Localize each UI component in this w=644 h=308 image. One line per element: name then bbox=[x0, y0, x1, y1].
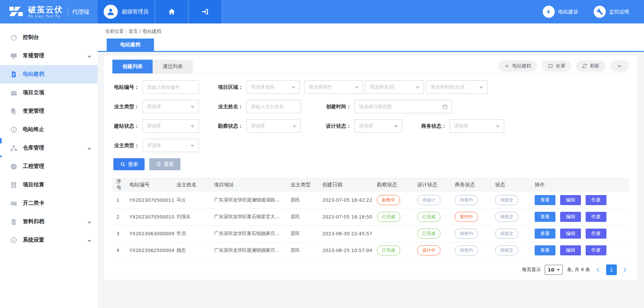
sidebar-item-12[interactable]: 系统设置 bbox=[0, 231, 98, 249]
edit-button[interactable]: 编辑 bbox=[560, 212, 581, 222]
sidebar-item-11[interactable]: 资料归档 bbox=[0, 212, 98, 231]
owner-type2-select[interactable]: 请选择 bbox=[143, 139, 199, 152]
collapse-toolbar-button[interactable] bbox=[610, 60, 629, 72]
logout-button[interactable] bbox=[189, 0, 222, 23]
view-button[interactable]: 查看 bbox=[535, 212, 555, 222]
status-badge: 已完成 bbox=[417, 212, 440, 222]
chevron-down-icon bbox=[87, 220, 92, 226]
owner-name-input[interactable] bbox=[247, 100, 301, 113]
status-cell: 已完成 bbox=[415, 208, 453, 225]
tab-create-list[interactable]: 创建列表 bbox=[112, 60, 153, 73]
tab-pass-list[interactable]: 通过列表 bbox=[153, 60, 193, 73]
total-count-label: 条, 共 4 条 bbox=[567, 267, 590, 273]
card-actions: 电站建档 全屏 刷新 bbox=[498, 60, 629, 73]
sidebar-item-4[interactable]: 项目立项 bbox=[0, 83, 98, 102]
town-select[interactable]: 请选择村镇/街道 bbox=[426, 80, 488, 94]
edit-button[interactable]: 编辑 bbox=[560, 245, 581, 255]
circle-dot-icon bbox=[10, 126, 17, 133]
sidebar-item-5[interactable]: 变更管理 bbox=[0, 102, 98, 120]
city-select[interactable]: 请选择城市 bbox=[304, 80, 363, 94]
file-icon bbox=[10, 218, 17, 226]
add-station-button[interactable]: 电站建档 bbox=[498, 60, 537, 72]
cell: YX2023062500004 bbox=[127, 242, 174, 259]
logout-icon bbox=[201, 8, 209, 16]
list-tabs: 创建列表 通过列表 bbox=[112, 60, 193, 73]
cell: 3 bbox=[112, 225, 127, 242]
build-status-select[interactable]: 请选择 bbox=[143, 119, 199, 133]
sidebar-item-6[interactable]: 电站终止 bbox=[0, 120, 98, 139]
status-badge: 设计中 bbox=[417, 245, 440, 255]
status-badge: 待签约 bbox=[455, 229, 478, 239]
cell: 马云 bbox=[174, 192, 212, 208]
user-menu[interactable]: 超级管理员 bbox=[98, 0, 155, 23]
owner-type-select[interactable]: 请选择 bbox=[143, 100, 199, 113]
business-status-select[interactable]: 请选择 bbox=[450, 119, 504, 133]
province-select[interactable]: 请选择省份 bbox=[247, 80, 300, 94]
main-card: 创建列表 通过列表 电站建档 全屏 刷新 bbox=[104, 56, 637, 280]
column-header: 商务状态 bbox=[453, 178, 493, 192]
next-page-button[interactable] bbox=[621, 267, 629, 272]
column-header: 业主姓名 bbox=[174, 178, 212, 192]
chevron-down-icon bbox=[617, 63, 622, 69]
survey-status-select[interactable]: 请选择 bbox=[247, 119, 301, 133]
cell: 4 bbox=[112, 242, 127, 259]
table-row: 3YX2023063000009学员广东深圳龙华区黄石镇姚家庄...居民2023… bbox=[112, 225, 629, 242]
sidebar-item-2[interactable]: 常规管理 bbox=[0, 47, 98, 65]
view-button[interactable]: 查看 bbox=[535, 195, 555, 205]
home-button[interactable] bbox=[155, 0, 189, 23]
prev-page-button[interactable] bbox=[594, 267, 602, 272]
cell: 2023-06-30 22:45:57 bbox=[320, 225, 375, 242]
sidebar-item-8[interactable]: 工程管理 bbox=[0, 157, 98, 176]
breadcrumb-home-link[interactable]: 首页 bbox=[128, 28, 138, 34]
county-select[interactable]: 请选择县/区 bbox=[365, 80, 424, 94]
per-page-select[interactable]: 10 bbox=[545, 265, 563, 275]
search-icon bbox=[120, 162, 125, 167]
edit-button[interactable]: 编辑 bbox=[560, 229, 581, 239]
void-button[interactable]: 作废 bbox=[586, 245, 606, 255]
sidebar-item-label: 控制台 bbox=[23, 34, 39, 41]
status-badge: 待设计 bbox=[417, 195, 440, 205]
pagination: 每页显示 10 条, 共 4 条 1 bbox=[112, 259, 629, 275]
sidebar-item-label: 仓库管理 bbox=[23, 144, 44, 151]
page-tab-station-archive[interactable]: 电站建档 bbox=[107, 39, 154, 51]
sidebar-item-1[interactable]: 控制台 bbox=[0, 28, 98, 47]
column-header: 电站编号 bbox=[127, 178, 174, 192]
fullscreen-button[interactable]: 全屏 bbox=[542, 60, 571, 72]
cell: YX2023070500010 bbox=[127, 208, 174, 225]
brand-title: 破茧云伏 bbox=[28, 5, 63, 14]
status-cell: 待签约 bbox=[453, 225, 493, 242]
status-badge: 待签约 bbox=[455, 245, 478, 255]
status-cell: 待提交 bbox=[493, 225, 533, 242]
cell: 1 bbox=[112, 192, 127, 208]
column-header: 创建日期 bbox=[320, 178, 375, 192]
per-page-label: 每页显示 bbox=[522, 267, 541, 273]
date-range-input[interactable] bbox=[355, 100, 452, 113]
brand: 破茧云伏 Po Jian Yun Fu 代理端 bbox=[0, 0, 98, 23]
void-button[interactable]: 作废 bbox=[586, 229, 606, 239]
sidebar-item-10[interactable]: 开二类卡 bbox=[0, 194, 98, 212]
edit-button[interactable]: 编辑 bbox=[560, 195, 581, 205]
column-header: 序号 bbox=[112, 178, 127, 192]
status-cell: 待提交 bbox=[493, 192, 533, 208]
void-button[interactable]: 作废 bbox=[586, 212, 606, 222]
briefcase-icon bbox=[10, 89, 17, 97]
void-button[interactable]: 作废 bbox=[586, 195, 606, 205]
fullscreen-icon bbox=[548, 63, 553, 69]
avatar bbox=[104, 5, 118, 19]
view-button[interactable]: 查看 bbox=[535, 245, 555, 255]
nav-station-build[interactable]: 电站建设 bbox=[543, 6, 578, 18]
reset-button[interactable]: 重置 bbox=[149, 158, 180, 170]
nav-monitor-ops[interactable]: 监控运维 bbox=[594, 6, 629, 18]
design-status-select[interactable]: 请选择 bbox=[355, 119, 402, 133]
sidebar-item-9[interactable]: 项目结算 bbox=[0, 176, 98, 194]
search-button[interactable]: 搜索 bbox=[113, 158, 145, 170]
refresh-button[interactable]: 刷新 bbox=[576, 60, 605, 72]
calendar-icon bbox=[442, 104, 448, 110]
station-no-input[interactable] bbox=[143, 80, 199, 94]
cell: 居民 bbox=[288, 192, 320, 208]
view-button[interactable]: 查看 bbox=[535, 229, 555, 239]
home-icon bbox=[168, 8, 176, 16]
sidebar-item-7[interactable]: 仓库管理 bbox=[0, 139, 98, 157]
sidebar-item-3[interactable]: 电站建档 bbox=[0, 65, 98, 83]
page-number-button[interactable]: 1 bbox=[606, 264, 617, 275]
